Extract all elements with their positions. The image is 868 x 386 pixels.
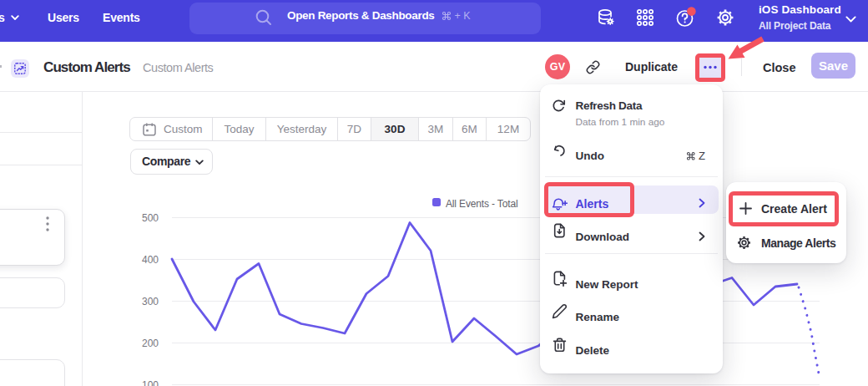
- svg-text:100: 100: [142, 379, 159, 386]
- svg-text:300: 300: [142, 296, 159, 307]
- svg-text:500: 500: [142, 212, 159, 224]
- svg-text:200: 200: [142, 338, 159, 349]
- svg-text:All Events - Total: All Events - Total: [446, 198, 517, 210]
- svg-text:400: 400: [142, 254, 159, 266]
